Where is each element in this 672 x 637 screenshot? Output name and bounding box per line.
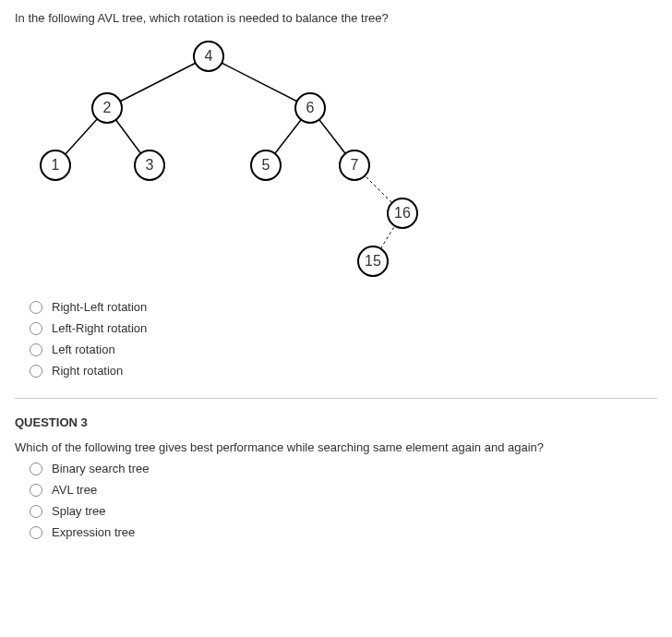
question1-text: In the following AVL tree, which rotatio…: [15, 11, 657, 25]
question3-text: Which of the following tree gives best p…: [15, 440, 657, 454]
tree-node-3: 3: [134, 150, 165, 181]
svg-line-0: [107, 56, 209, 108]
option-right-rotation[interactable]: Right rotation: [30, 364, 657, 378]
option-left-right-rotation[interactable]: Left-Right rotation: [30, 321, 657, 335]
radio-icon: [30, 301, 42, 314]
option-label: Expression tree: [52, 525, 135, 539]
radio-icon: [30, 463, 42, 475]
option-label: Binary search tree: [52, 462, 150, 475]
option-label: Right-Left rotation: [52, 300, 147, 314]
tree-node-4: 4: [193, 41, 224, 72]
radio-icon: [30, 484, 42, 497]
tree-node-5: 5: [250, 150, 282, 181]
question1-options: Right-Left rotation Left-Right rotation …: [30, 300, 657, 378]
radio-icon: [30, 505, 42, 518]
radio-icon: [30, 365, 42, 378]
tree-node-16: 16: [387, 198, 418, 229]
tree-node-15: 15: [357, 246, 389, 277]
option-label: Left rotation: [52, 343, 115, 356]
tree-node-2: 2: [91, 92, 123, 124]
radio-icon: [30, 343, 42, 356]
option-expression-tree[interactable]: Expression tree: [30, 525, 657, 539]
question3-heading: QUESTION 3: [15, 415, 657, 429]
option-splay-tree[interactable]: Splay tree: [30, 504, 657, 518]
avl-tree-diagram: 4 2 6 1 3 5 7 16 15: [15, 34, 439, 283]
option-label: Splay tree: [52, 504, 106, 518]
radio-icon: [30, 526, 42, 539]
option-avl-tree[interactable]: AVL tree: [30, 483, 657, 497]
svg-line-1: [209, 56, 310, 108]
question3-options: Binary search tree AVL tree Splay tree E…: [30, 462, 657, 539]
option-label: Right rotation: [52, 364, 123, 378]
tree-node-6: 6: [294, 92, 326, 124]
tree-node-7: 7: [339, 150, 370, 181]
radio-icon: [30, 322, 42, 335]
option-left-rotation[interactable]: Left rotation: [30, 343, 657, 356]
option-label: AVL tree: [52, 483, 97, 497]
section-divider: [15, 398, 657, 399]
option-right-left-rotation[interactable]: Right-Left rotation: [30, 300, 657, 314]
option-label: Left-Right rotation: [52, 321, 147, 335]
tree-node-1: 1: [40, 150, 71, 181]
option-binary-search-tree[interactable]: Binary search tree: [30, 462, 657, 475]
